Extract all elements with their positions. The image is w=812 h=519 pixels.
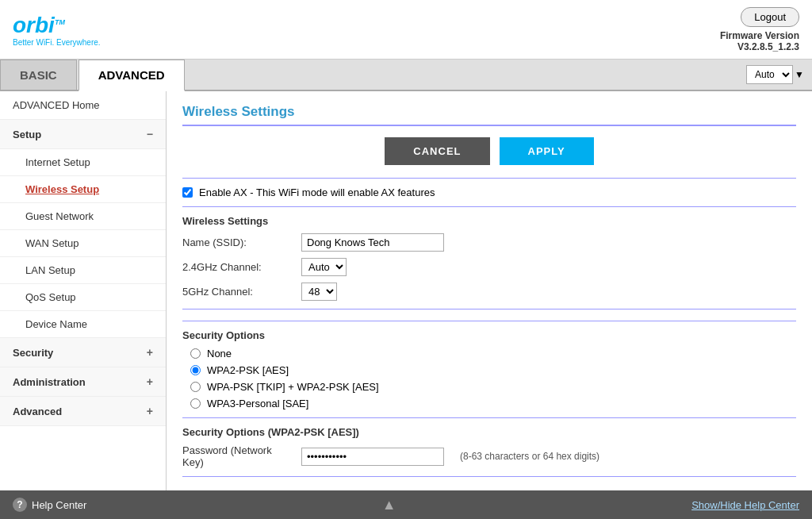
password-input[interactable] <box>301 448 444 466</box>
security-wpa3-option: WPA3-Personal [SAE] <box>182 398 796 409</box>
sidebar-item-qos-setup[interactable]: QoS Setup <box>0 284 166 311</box>
enable-ax-checkbox[interactable] <box>182 187 193 198</box>
tab-basic[interactable]: BASIC <box>0 60 77 90</box>
page-title: Wireless Settings <box>182 104 796 126</box>
enable-ax-row: Enable AX - This WiFi mode will enable A… <box>182 186 796 207</box>
password-hint: (8-63 characters or 64 hex digits) <box>460 451 599 462</box>
channel-24-row: 2.4GHz Channel: Auto <box>182 258 796 276</box>
logo-tagline: Better WiFi. Everywhere. <box>13 38 101 47</box>
sidebar-item-internet-setup[interactable]: Internet Setup <box>0 149 166 176</box>
divider-3 <box>182 417 796 418</box>
security-wpa2-radio[interactable] <box>190 365 201 375</box>
wpa2-options-section: Security Options (WPA2-PSK [AES]) Passwo… <box>182 426 796 468</box>
sidebar-item-device-name[interactable]: Device Name <box>0 311 166 338</box>
help-icon: ? <box>13 498 27 512</box>
security-wpa3-label: WPA3-Personal [SAE] <box>207 398 308 409</box>
language-select-area: Auto ▼ <box>746 60 812 90</box>
divider-1 <box>182 178 796 179</box>
security-wpa2-label: WPA2-PSK [AES] <box>207 364 289 376</box>
footer: ? Help Center ▲ Show/Hide Help Center <box>0 490 812 519</box>
tab-advanced[interactable]: ADVANCED <box>79 60 185 91</box>
enable-ax-label: Enable AX - This WiFi mode will enable A… <box>199 186 435 198</box>
security-options-section: Security Options None WPA2-PSK [AES] WPA… <box>182 321 796 409</box>
tab-bar: BASIC ADVANCED Auto ▼ <box>0 60 812 91</box>
divider-2 <box>182 309 796 309</box>
password-row: Password (Network Key) (8-63 characters … <box>182 444 796 468</box>
main-layout: ADVANCED Home Setup − Internet Setup Wir… <box>0 91 812 490</box>
ssid-input[interactable] <box>301 233 444 252</box>
setup-minus-icon: − <box>147 128 153 140</box>
logo-area: orbiTM Better WiFi. Everywhere. <box>13 13 101 47</box>
wpa2-options-title: Security Options (WPA2-PSK [AES]) <box>182 426 796 438</box>
password-label: Password (Network Key) <box>182 444 293 468</box>
administration-plus-icon: + <box>147 375 153 388</box>
sidebar-item-setup[interactable]: Setup − <box>0 120 166 149</box>
header: orbiTM Better WiFi. Everywhere. Logout F… <box>0 0 812 60</box>
ssid-row: Name (SSID): <box>182 233 796 252</box>
sidebar-item-administration[interactable]: Administration + <box>0 367 166 397</box>
footer-arrow: ▲ <box>382 497 396 513</box>
security-wpa-tkip-option: WPA-PSK [TKIP] + WPA2-PSK [AES] <box>182 381 796 393</box>
show-hide-help-link[interactable]: Show/Hide Help Center <box>691 499 799 511</box>
logo-text: orbiTM <box>13 13 101 38</box>
apply-button[interactable]: APPLY <box>500 137 594 165</box>
wireless-settings-section: Wireless Settings Name (SSID): 2.4GHz Ch… <box>182 215 796 301</box>
security-plus-icon: + <box>147 346 153 359</box>
security-wpa3-radio[interactable] <box>190 398 201 409</box>
sidebar-item-advanced[interactable]: Advanced + <box>0 397 166 426</box>
logout-button[interactable]: Logout <box>741 7 799 27</box>
sidebar-item-lan-setup[interactable]: LAN Setup <box>0 257 166 284</box>
security-wpa2-option: WPA2-PSK [AES] <box>182 364 796 376</box>
security-none-option: None <box>182 348 796 359</box>
help-center-left: ? Help Center <box>13 498 86 512</box>
security-none-label: None <box>207 348 232 359</box>
channel-24-label: 2.4GHz Channel: <box>182 261 293 273</box>
sidebar-item-security[interactable]: Security + <box>0 338 166 367</box>
security-tkip-radio[interactable] <box>190 382 201 392</box>
channel-24-select[interactable]: Auto <box>301 258 347 276</box>
wireless-section-title: Wireless Settings <box>182 215 796 227</box>
divider-4 <box>182 476 796 477</box>
security-tkip-label: WPA-PSK [TKIP] + WPA2-PSK [AES] <box>207 381 379 393</box>
sidebar-item-wan-setup[interactable]: WAN Setup <box>0 230 166 257</box>
sidebar-item-wireless-setup[interactable]: Wireless Setup <box>0 176 166 203</box>
sidebar: ADVANCED Home Setup − Internet Setup Wir… <box>0 91 167 490</box>
button-row: CANCEL APPLY <box>182 137 796 165</box>
advanced-plus-icon: + <box>147 405 153 417</box>
sidebar-item-advanced-home[interactable]: ADVANCED Home <box>0 91 166 120</box>
content-area: Wireless Settings CANCEL APPLY Enable AX… <box>167 91 812 490</box>
security-options-title: Security Options <box>182 329 796 341</box>
language-select[interactable]: Auto <box>746 65 793 84</box>
cancel-button[interactable]: CANCEL <box>385 137 489 165</box>
sidebar-item-guest-network[interactable]: Guest Network <box>0 203 166 230</box>
firmware-info: Firmware Version V3.2.8.5_1.2.3 <box>720 30 799 52</box>
header-right: Logout Firmware Version V3.2.8.5_1.2.3 <box>720 7 799 52</box>
help-center-label: Help Center <box>32 499 86 511</box>
channel-5-select[interactable]: 48 <box>301 283 337 301</box>
security-none-radio[interactable] <box>190 348 201 359</box>
ssid-label: Name (SSID): <box>182 236 293 248</box>
channel-5-label: 5GHz Channel: <box>182 286 293 298</box>
channel-5-row: 5GHz Channel: 48 <box>182 283 796 301</box>
